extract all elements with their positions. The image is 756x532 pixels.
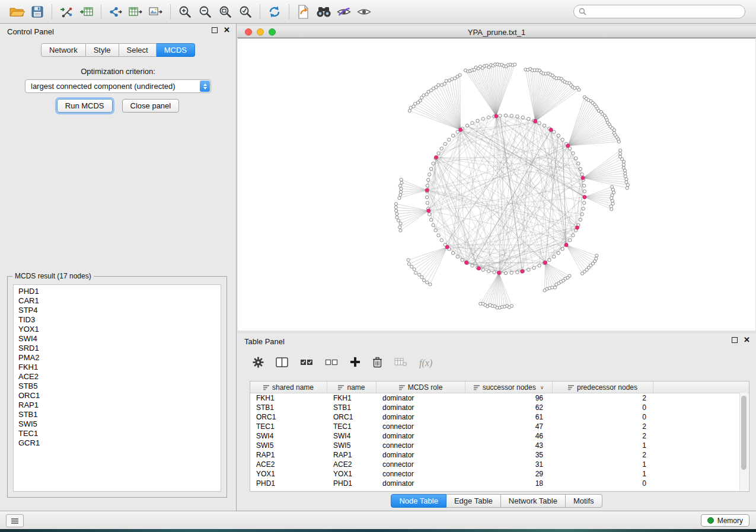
table-cell: dominator <box>377 479 465 488</box>
add-row-icon[interactable] <box>350 357 361 370</box>
share-document-icon[interactable] <box>294 3 314 21</box>
mcds-result-item[interactable]: ORC1 <box>14 391 221 400</box>
search-field[interactable] <box>573 5 745 18</box>
tab-style[interactable]: Style <box>86 43 119 57</box>
node-table[interactable]: shared namenameMCDS rolesuccessor nodes∨… <box>250 381 749 492</box>
table-row[interactable]: PHD1PHD1dominator180 <box>250 479 749 488</box>
status-list-button[interactable] <box>6 514 24 527</box>
column-header-predecessor-nodes[interactable]: predecessor nodes <box>553 382 653 393</box>
table-row[interactable]: SWI4SWI4dominator462 <box>250 431 749 441</box>
table-cell: 2 <box>553 422 653 431</box>
table-cell: 46 <box>465 432 553 440</box>
mcds-result-item[interactable]: GCR1 <box>14 438 221 448</box>
float-panel-icon[interactable] <box>212 27 218 33</box>
table-row[interactable]: STB1STB1dominator620 <box>250 403 749 412</box>
table-scrollbar-thumb[interactable] <box>741 396 747 470</box>
delete-row-icon[interactable] <box>372 357 382 370</box>
mcds-result-item[interactable]: STB1 <box>14 410 221 419</box>
main-toolbar <box>0 0 756 24</box>
show-details-icon[interactable] <box>354 3 374 21</box>
table-row[interactable]: RAP1RAP1dominator352 <box>250 450 749 460</box>
control-panel-header: Control Panel ✕ <box>0 24 236 39</box>
zoom-out-icon[interactable] <box>195 3 215 21</box>
run-mcds-button[interactable]: Run MCDS <box>57 99 113 113</box>
tab-node-table[interactable]: Node Table <box>391 494 446 508</box>
table-row[interactable]: TEC1TEC1connector472 <box>250 422 749 431</box>
split-column-icon[interactable] <box>276 357 288 370</box>
mcds-result-item[interactable]: STP4 <box>14 306 221 315</box>
mcds-result-item[interactable]: PMA2 <box>14 353 221 363</box>
save-icon[interactable] <box>27 3 47 21</box>
deselect-all-icon[interactable] <box>325 358 338 369</box>
memory-button[interactable]: Memory <box>701 514 749 527</box>
column-header-successor-nodes[interactable]: successor nodes∨ <box>465 382 553 393</box>
table-cell: 1 <box>553 460 653 469</box>
table-row[interactable]: ORC1ORC1dominator610 <box>250 412 749 422</box>
tab-mcds[interactable]: MCDS <box>157 43 195 57</box>
zoom-selected-icon[interactable] <box>235 3 256 21</box>
table-cell: ACE2 <box>250 460 327 469</box>
import-network-file-icon[interactable] <box>56 3 76 21</box>
tab-network[interactable]: Network <box>41 43 86 57</box>
list-icon <box>11 518 19 524</box>
search-binoculars-icon[interactable] <box>314 3 334 21</box>
mcds-result-item[interactable]: YOX1 <box>14 325 221 334</box>
table-cell: RAP1 <box>250 451 327 459</box>
close-panel-button[interactable]: Close panel <box>122 99 180 113</box>
hide-details-icon[interactable] <box>334 3 354 21</box>
node-table-header: shared namenameMCDS rolesuccessor nodes∨… <box>250 382 749 393</box>
tab-motifs[interactable]: Motifs <box>566 494 602 508</box>
column-header-shared-name[interactable]: shared name <box>250 382 327 393</box>
mcds-result-item[interactable]: SWI5 <box>14 419 221 429</box>
table-cell: STB1 <box>250 403 327 412</box>
mcds-result-item[interactable]: TID3 <box>14 315 221 325</box>
tab-edge-table[interactable]: Edge Table <box>446 494 501 508</box>
zoom-fit-icon[interactable] <box>215 3 235 21</box>
network-window-titlebar[interactable]: YPA_prune.txt_1 <box>237 26 756 38</box>
table-cell: PHD1 <box>250 479 327 488</box>
network-view-canvas[interactable] <box>238 38 755 331</box>
table-row[interactable]: YOX1YOX1connector291 <box>250 469 749 479</box>
mcds-result-item[interactable]: TEC1 <box>14 429 221 438</box>
table-cell: dominator <box>377 394 465 402</box>
search-input[interactable] <box>586 7 740 17</box>
close-table-panel-icon[interactable]: ✕ <box>744 336 750 344</box>
open-folder-icon[interactable] <box>7 3 27 21</box>
criterion-select[interactable]: largest connected component (undirected) <box>25 79 211 93</box>
mcds-result-item[interactable]: SWI4 <box>14 334 221 344</box>
table-cell: 0 <box>553 413 653 421</box>
table-cell: 61 <box>465 413 553 421</box>
tab-select[interactable]: Select <box>119 43 157 57</box>
mcds-result-item[interactable]: ACE2 <box>14 372 221 382</box>
import-table-file-icon[interactable] <box>76 3 97 21</box>
table-row[interactable]: FKH1FKH1dominator962 <box>250 393 749 403</box>
table-cell: 96 <box>465 394 553 402</box>
export-table-icon[interactable] <box>126 3 146 21</box>
select-all-icon[interactable] <box>300 358 313 369</box>
column-header-MCDS-role[interactable]: MCDS role <box>377 382 465 393</box>
export-network-icon[interactable] <box>106 3 126 21</box>
close-panel-icon[interactable]: ✕ <box>224 27 230 34</box>
float-table-panel-icon[interactable] <box>732 337 738 343</box>
table-row[interactable]: SWI5SWI5connector431 <box>250 441 749 450</box>
table-scrollbar[interactable] <box>739 393 748 491</box>
table-cell: YOX1 <box>327 470 377 478</box>
settings-gear-icon[interactable] <box>253 357 264 370</box>
mcds-result-list[interactable]: PHD1CAR1STP4TID3YOX1SWI4SRD1PMA2FKH1ACE2… <box>13 284 221 492</box>
tab-network-table[interactable]: Network Table <box>501 494 566 508</box>
mcds-result-item[interactable]: SRD1 <box>14 344 221 353</box>
table-row[interactable]: ACE2ACE2connector311 <box>250 460 749 469</box>
table-cell: dominator <box>377 432 465 440</box>
mcds-result-item[interactable]: STB5 <box>14 382 221 391</box>
mcds-result-item[interactable]: FKH1 <box>14 363 221 372</box>
column-header-name[interactable]: name <box>327 382 377 393</box>
table-cell: dominator <box>377 413 465 421</box>
refresh-icon[interactable] <box>264 3 285 21</box>
mcds-result-item[interactable]: PHD1 <box>14 287 221 296</box>
table-toolbar: f(x) <box>237 348 756 379</box>
export-image-icon[interactable] <box>146 3 166 21</box>
zoom-in-icon[interactable] <box>175 3 195 21</box>
table-cell: ORC1 <box>250 413 327 421</box>
mcds-result-item[interactable]: RAP1 <box>14 400 221 410</box>
mcds-result-item[interactable]: CAR1 <box>14 296 221 306</box>
